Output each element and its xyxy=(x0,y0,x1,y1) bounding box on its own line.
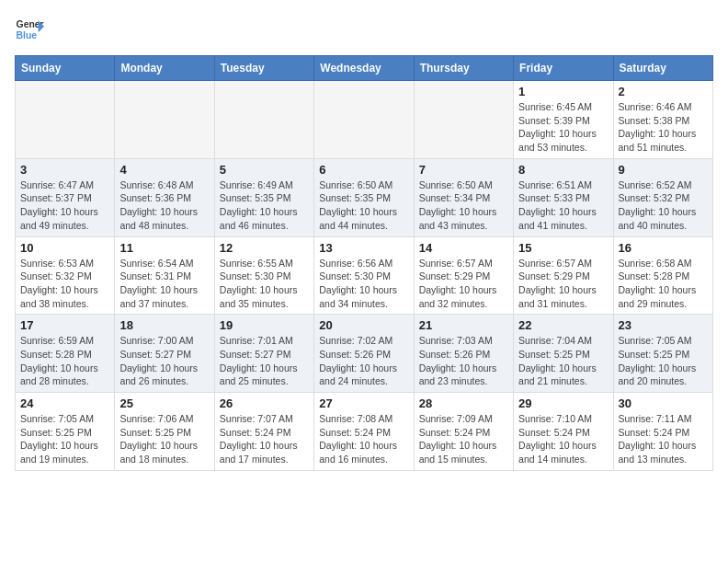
calendar-cell: 4Sunrise: 6:48 AMSunset: 5:36 PMDaylight… xyxy=(115,158,214,236)
calendar-week-2: 3Sunrise: 6:47 AMSunset: 5:37 PMDaylight… xyxy=(16,158,713,236)
day-info: Sunrise: 7:02 AMSunset: 5:26 PMDaylight:… xyxy=(319,334,408,388)
calendar-cell: 25Sunrise: 7:06 AMSunset: 5:25 PMDayligh… xyxy=(115,393,214,471)
day-number: 29 xyxy=(518,396,608,410)
calendar-cell: 2Sunrise: 6:46 AMSunset: 5:38 PMDaylight… xyxy=(613,81,712,159)
calendar-cell: 14Sunrise: 6:57 AMSunset: 5:29 PMDayligh… xyxy=(414,236,513,315)
day-number: 15 xyxy=(518,241,608,255)
day-header-saturday: Saturday xyxy=(613,56,712,81)
calendar-cell: 24Sunrise: 7:05 AMSunset: 5:25 PMDayligh… xyxy=(16,393,115,471)
day-number: 23 xyxy=(619,318,708,332)
calendar-table: SundayMondayTuesdayWednesdayThursdayFrid… xyxy=(15,55,713,471)
calendar-cell: 15Sunrise: 6:57 AMSunset: 5:29 PMDayligh… xyxy=(514,236,613,315)
day-info: Sunrise: 7:08 AMSunset: 5:24 PMDaylight:… xyxy=(319,412,408,466)
logo: General Blue xyxy=(15,15,44,44)
calendar-cell: 26Sunrise: 7:07 AMSunset: 5:24 PMDayligh… xyxy=(214,393,313,471)
day-number: 9 xyxy=(619,163,708,177)
svg-text:Blue: Blue xyxy=(17,30,38,40)
day-info: Sunrise: 7:04 AMSunset: 5:25 PMDaylight:… xyxy=(518,334,608,388)
day-info: Sunrise: 7:05 AMSunset: 5:25 PMDaylight:… xyxy=(619,334,708,388)
day-number: 21 xyxy=(419,318,508,332)
day-info: Sunrise: 6:57 AMSunset: 5:29 PMDaylight:… xyxy=(419,257,508,311)
day-info: Sunrise: 6:50 AMSunset: 5:35 PMDaylight:… xyxy=(319,178,408,233)
day-info: Sunrise: 6:53 AMSunset: 5:32 PMDaylight:… xyxy=(20,257,109,311)
day-info: Sunrise: 6:55 AMSunset: 5:30 PMDaylight:… xyxy=(220,257,309,311)
day-number: 19 xyxy=(220,318,309,332)
day-number: 7 xyxy=(419,163,508,177)
logo-icon: General Blue xyxy=(15,15,44,44)
day-info: Sunrise: 6:49 AMSunset: 5:35 PMDaylight:… xyxy=(220,178,309,233)
day-number: 27 xyxy=(319,396,408,410)
day-number: 2 xyxy=(619,85,708,98)
day-number: 11 xyxy=(119,241,209,255)
day-header-tuesday: Tuesday xyxy=(214,56,313,81)
day-info: Sunrise: 6:57 AMSunset: 5:29 PMDaylight:… xyxy=(518,257,608,311)
day-header-thursday: Thursday xyxy=(414,56,513,81)
calendar-cell: 8Sunrise: 6:51 AMSunset: 5:33 PMDaylight… xyxy=(514,158,613,236)
calendar-cell: 1Sunrise: 6:45 AMSunset: 5:39 PMDaylight… xyxy=(514,81,613,159)
day-info: Sunrise: 6:46 AMSunset: 5:38 PMDaylight:… xyxy=(619,100,708,155)
day-info: Sunrise: 6:56 AMSunset: 5:30 PMDaylight:… xyxy=(319,257,408,311)
day-info: Sunrise: 6:58 AMSunset: 5:28 PMDaylight:… xyxy=(619,257,708,311)
day-number: 1 xyxy=(518,85,608,98)
calendar-cell: 16Sunrise: 6:58 AMSunset: 5:28 PMDayligh… xyxy=(613,236,712,315)
calendar-cell: 5Sunrise: 6:49 AMSunset: 5:35 PMDaylight… xyxy=(214,158,313,236)
day-info: Sunrise: 6:48 AMSunset: 5:36 PMDaylight:… xyxy=(119,178,209,233)
day-info: Sunrise: 6:54 AMSunset: 5:31 PMDaylight:… xyxy=(119,257,209,311)
calendar-cell xyxy=(214,81,313,159)
day-number: 13 xyxy=(319,241,408,255)
calendar-cell: 28Sunrise: 7:09 AMSunset: 5:24 PMDayligh… xyxy=(414,393,513,471)
calendar-cell xyxy=(414,81,513,159)
day-number: 30 xyxy=(619,396,708,410)
day-info: Sunrise: 7:07 AMSunset: 5:24 PMDaylight:… xyxy=(220,412,309,466)
day-info: Sunrise: 7:01 AMSunset: 5:27 PMDaylight:… xyxy=(220,334,309,388)
calendar-cell: 19Sunrise: 7:01 AMSunset: 5:27 PMDayligh… xyxy=(214,315,313,393)
calendar-cell xyxy=(115,81,214,159)
calendar-cell: 3Sunrise: 6:47 AMSunset: 5:37 PMDaylight… xyxy=(16,158,115,236)
day-info: Sunrise: 6:47 AMSunset: 5:37 PMDaylight:… xyxy=(20,178,109,233)
calendar-week-5: 24Sunrise: 7:05 AMSunset: 5:25 PMDayligh… xyxy=(16,393,713,471)
day-info: Sunrise: 7:05 AMSunset: 5:25 PMDaylight:… xyxy=(20,412,109,466)
calendar-cell xyxy=(16,81,115,159)
calendar-cell: 6Sunrise: 6:50 AMSunset: 5:35 PMDaylight… xyxy=(314,158,414,236)
calendar-cell: 23Sunrise: 7:05 AMSunset: 5:25 PMDayligh… xyxy=(613,315,712,393)
day-info: Sunrise: 7:09 AMSunset: 5:24 PMDaylight:… xyxy=(419,412,508,466)
day-number: 3 xyxy=(20,163,109,177)
calendar-week-1: 1Sunrise: 6:45 AMSunset: 5:39 PMDaylight… xyxy=(16,81,713,159)
calendar-cell: 9Sunrise: 6:52 AMSunset: 5:32 PMDaylight… xyxy=(613,158,712,236)
day-info: Sunrise: 6:50 AMSunset: 5:34 PMDaylight:… xyxy=(419,178,508,233)
day-info: Sunrise: 7:00 AMSunset: 5:27 PMDaylight:… xyxy=(119,334,209,388)
day-number: 20 xyxy=(319,318,408,332)
day-number: 14 xyxy=(419,241,508,255)
day-header-sunday: Sunday xyxy=(16,56,115,81)
calendar-cell: 12Sunrise: 6:55 AMSunset: 5:30 PMDayligh… xyxy=(214,236,313,315)
day-number: 25 xyxy=(119,396,209,410)
day-number: 28 xyxy=(419,396,508,410)
calendar-cell: 29Sunrise: 7:10 AMSunset: 5:24 PMDayligh… xyxy=(514,393,613,471)
calendar-cell: 30Sunrise: 7:11 AMSunset: 5:24 PMDayligh… xyxy=(613,393,712,471)
calendar-cell: 21Sunrise: 7:03 AMSunset: 5:26 PMDayligh… xyxy=(414,315,513,393)
day-number: 6 xyxy=(319,163,408,177)
day-number: 24 xyxy=(20,396,109,410)
day-number: 22 xyxy=(518,318,608,332)
calendar-cell: 22Sunrise: 7:04 AMSunset: 5:25 PMDayligh… xyxy=(514,315,613,393)
calendar-cell: 10Sunrise: 6:53 AMSunset: 5:32 PMDayligh… xyxy=(16,236,115,315)
day-info: Sunrise: 7:10 AMSunset: 5:24 PMDaylight:… xyxy=(518,412,608,466)
day-header-wednesday: Wednesday xyxy=(314,56,414,81)
calendar-cell: 11Sunrise: 6:54 AMSunset: 5:31 PMDayligh… xyxy=(115,236,214,315)
day-number: 10 xyxy=(20,241,109,255)
calendar-cell: 18Sunrise: 7:00 AMSunset: 5:27 PMDayligh… xyxy=(115,315,214,393)
day-info: Sunrise: 7:03 AMSunset: 5:26 PMDaylight:… xyxy=(419,334,508,388)
calendar-cell: 17Sunrise: 6:59 AMSunset: 5:28 PMDayligh… xyxy=(16,315,115,393)
day-info: Sunrise: 7:06 AMSunset: 5:25 PMDaylight:… xyxy=(119,412,209,466)
day-header-monday: Monday xyxy=(115,56,214,81)
day-number: 17 xyxy=(20,318,109,332)
day-number: 5 xyxy=(220,163,309,177)
calendar-week-3: 10Sunrise: 6:53 AMSunset: 5:32 PMDayligh… xyxy=(16,236,713,315)
calendar-cell: 20Sunrise: 7:02 AMSunset: 5:26 PMDayligh… xyxy=(314,315,414,393)
calendar-cell: 7Sunrise: 6:50 AMSunset: 5:34 PMDaylight… xyxy=(414,158,513,236)
day-number: 26 xyxy=(220,396,309,410)
day-header-friday: Friday xyxy=(514,56,613,81)
day-number: 12 xyxy=(220,241,309,255)
day-number: 16 xyxy=(619,241,708,255)
day-info: Sunrise: 6:59 AMSunset: 5:28 PMDaylight:… xyxy=(20,334,109,388)
